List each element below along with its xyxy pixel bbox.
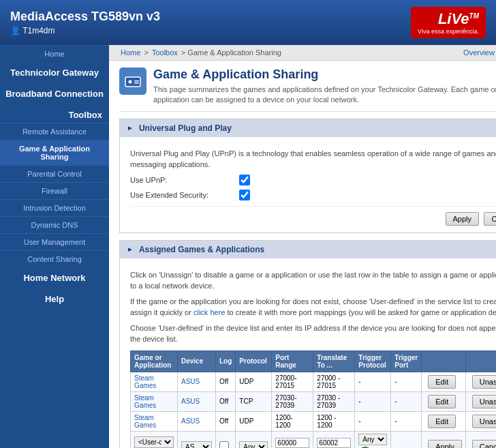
- col-unassign: [465, 350, 496, 372]
- port-2: 27030-27039: [272, 391, 313, 411]
- sidebar-item-parental[interactable]: Parental Control: [0, 165, 109, 182]
- assigned-section-header[interactable]: ► Assigned Games & Applications: [120, 241, 496, 258]
- upnp-btn-row: Apply Cancel: [130, 206, 496, 226]
- translate-protocol-select[interactable]: Any: [358, 434, 387, 445]
- device-link-3[interactable]: ASUS: [181, 417, 200, 425]
- upnp-arrow-icon: ►: [127, 124, 134, 132]
- trigger-port-2: -: [391, 391, 422, 411]
- new-cancel-button[interactable]: Cancel: [472, 440, 496, 448]
- unassign-button-2[interactable]: Unassign: [472, 395, 496, 408]
- log-3: Off: [216, 411, 236, 431]
- device-link-1[interactable]: ASUS: [181, 378, 200, 385]
- port-from-input[interactable]: [275, 438, 309, 448]
- svg-rect-3: [134, 83, 139, 84]
- trigger-port-1: -: [391, 372, 422, 391]
- new-row: <User-d Torrent: [131, 431, 497, 448]
- log-1: Off: [216, 372, 236, 391]
- svg-rect-0: [125, 77, 140, 87]
- assigned-info1: Click on 'Unassign' to disable a game or…: [130, 269, 496, 292]
- sidebar-item-home[interactable]: Home: [0, 45, 109, 62]
- use-extended-row: Use Extended Security:: [130, 190, 496, 200]
- protocol-select-new[interactable]: Any: [239, 441, 268, 448]
- sidebar-item-help[interactable]: Help: [0, 288, 109, 310]
- logo-text: LiVe: [438, 10, 469, 27]
- svg-point-1: [129, 80, 132, 84]
- sidebar-toolbox-label: Toolbox: [0, 104, 109, 123]
- col-protocol: Protocol: [236, 350, 272, 372]
- translate-3: 1200 -1200: [313, 411, 355, 431]
- col-trigger-protocol: TriggerProtocol: [355, 350, 391, 372]
- use-upnp-checkbox[interactable]: [239, 175, 250, 185]
- assigned-info3: Choose 'User-defined' in the device list…: [130, 323, 496, 345]
- port-3: 1200-1200: [272, 411, 313, 431]
- sidebar-item-technicolor[interactable]: Technicolor Gateway: [0, 62, 109, 83]
- sidebar-item-game-sharing[interactable]: Game & ApplicationSharing: [0, 140, 109, 165]
- sidebar-item-home-network[interactable]: Home Network: [0, 267, 109, 288]
- upnp-cancel-button[interactable]: Cancel: [484, 212, 496, 226]
- protocol-2: TCP: [236, 391, 272, 411]
- app-link-3[interactable]: Steam Games: [134, 414, 156, 429]
- assigned-section-body: Click on 'Unassign' to disable a game or…: [120, 258, 496, 448]
- device-link-2[interactable]: ASUS: [181, 398, 200, 405]
- sidebar-item-dns[interactable]: Dynamic DNS: [0, 216, 109, 233]
- port-1: 27000-27015: [272, 372, 313, 391]
- live-logo: LiVeTM Viva essa experiência.: [411, 7, 486, 38]
- upnp-apply-button[interactable]: Apply: [446, 212, 480, 226]
- log-checkbox-new[interactable]: [219, 441, 229, 448]
- app-select[interactable]: <User-d: [134, 436, 174, 448]
- page-title-text: Game & Application Sharing This page sum…: [153, 68, 496, 106]
- svg-rect-4: [127, 74, 139, 76]
- app-link-1[interactable]: Steam Games: [134, 374, 156, 389]
- sidebar-item-broadband[interactable]: Broadband Connection: [0, 83, 109, 104]
- page-icon: [119, 68, 146, 95]
- app-link-2[interactable]: Steam Games: [134, 394, 156, 409]
- svg-rect-2: [134, 80, 139, 82]
- upnp-section-header[interactable]: ► Universal Plug and Play: [120, 119, 496, 137]
- col-log: Log: [216, 350, 236, 372]
- trigger-proto-1: -: [355, 372, 391, 391]
- app-title: MediaAccess TG589vn v3: [10, 10, 160, 24]
- upnp-section-body: Universal Plug and Play (UPnP) is a tech…: [120, 137, 496, 233]
- page-title-row: Game & Application Sharing This page sum…: [119, 68, 496, 112]
- assigned-title: Assigned Games & Applications: [139, 245, 264, 254]
- use-upnp-label: Use UPnP:: [130, 176, 239, 184]
- breadcrumb-current: Game & Application Sharing: [187, 48, 281, 57]
- translate-2: 27030 -27039: [313, 391, 355, 411]
- table-row: Steam Games ASUS Off UDP 1200-1200 1200 …: [131, 411, 497, 431]
- overview-link[interactable]: Overview: [463, 48, 495, 57]
- table-row: Steam Games ASUS Off TCP 27030-27039 270…: [131, 391, 497, 411]
- use-extended-checkbox[interactable]: [239, 190, 250, 200]
- unassign-button-3[interactable]: Unassign: [472, 415, 496, 428]
- trigger-port-new: [391, 431, 422, 448]
- content-area: Home > Toolbox > Game & Application Shar…: [109, 45, 496, 448]
- table-row: Steam Games ASUS Off UDP 27000-27015 270…: [131, 372, 497, 391]
- sidebar-item-intrusion[interactable]: Intrusion Detection: [0, 199, 109, 216]
- breadcrumb-toolbox[interactable]: Toolbox: [152, 48, 178, 57]
- col-device: Device: [178, 350, 216, 372]
- breadcrumb-actions: Overview | Configure: [463, 48, 496, 57]
- edit-button-1[interactable]: Edit: [428, 375, 456, 389]
- main-layout: Home Technicolor Gateway Broadband Conne…: [0, 45, 496, 448]
- edit-button-2[interactable]: Edit: [428, 395, 456, 408]
- apps-table: Game orApplication Device Log Protocol P…: [130, 350, 496, 448]
- col-trigger-port: TriggerPort: [391, 350, 422, 372]
- page-title: Game & Application Sharing: [153, 68, 496, 82]
- protocol-1: UDP: [236, 372, 272, 391]
- protocol-3: UDP: [236, 411, 272, 431]
- breadcrumb-home[interactable]: Home: [121, 48, 140, 57]
- trigger-proto-2: -: [355, 391, 391, 411]
- unassign-button-1[interactable]: Unassign: [472, 375, 496, 389]
- sidebar-item-remote[interactable]: Remote Assistance: [0, 123, 109, 140]
- page-description: This page summarizes the games and appli…: [153, 85, 496, 106]
- sidebar-item-users[interactable]: User Management: [0, 233, 109, 250]
- port-to-input[interactable]: [317, 438, 351, 448]
- sidebar-item-content[interactable]: Content Sharing: [0, 250, 109, 267]
- click-here-link[interactable]: click here: [193, 308, 225, 316]
- edit-button-3[interactable]: Edit: [428, 415, 456, 428]
- header: MediaAccess TG589vn v3 T1m4dm LiVeTM Viv…: [0, 0, 496, 45]
- col-app: Game orApplication: [131, 350, 178, 372]
- new-apply-button[interactable]: Apply: [428, 440, 462, 448]
- header-user: T1m4dm: [10, 26, 160, 35]
- sidebar-item-firewall[interactable]: Firewall: [0, 182, 109, 199]
- device-select[interactable]: AS: [181, 441, 212, 448]
